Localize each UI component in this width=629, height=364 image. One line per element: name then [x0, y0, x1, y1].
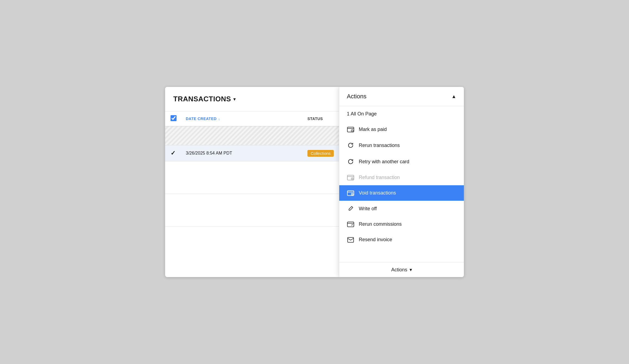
status-badge: Collections — [307, 150, 334, 157]
mark-as-paid-icon — [347, 127, 354, 132]
rerun-commissions-icon — [347, 222, 354, 227]
mark-as-paid-item[interactable]: Mark as paid — [339, 122, 464, 137]
select-all-checkbox-col — [171, 115, 181, 122]
resend-invoice-item[interactable]: Resend invoice — [339, 232, 464, 247]
dropdown-footer: Actions ▾ — [339, 262, 464, 277]
resend-invoice-icon — [347, 237, 354, 243]
row-date: 3/26/2025 8:54 AM PDT — [186, 151, 303, 156]
dropdown-header: Actions ▲ — [339, 87, 464, 106]
dropdown-chevron-icon: ▲ — [451, 94, 456, 99]
page-title: TRANSACTIONS — [173, 95, 231, 103]
write-off-label: Write off — [359, 206, 377, 212]
dropdown-items-list: 1 All On Page Mark as paid — [339, 106, 464, 262]
row-checkbox-col: ✓ — [171, 150, 181, 157]
retry-with-another-card-label: Retry with another card — [359, 159, 409, 165]
refund-transaction-item: Refund transaction — [339, 170, 464, 185]
all-on-page-item[interactable]: 1 All On Page — [339, 106, 464, 122]
page-title-area: TRANSACTIONS ▾ — [173, 95, 353, 103]
write-off-item[interactable]: Write off — [339, 201, 464, 216]
refund-transaction-label: Refund transaction — [359, 175, 400, 180]
select-all-checkbox[interactable] — [171, 115, 177, 121]
actions-footer-button[interactable]: Actions ▾ — [391, 267, 412, 273]
title-chevron-icon: ▾ — [233, 96, 236, 102]
rerun-commissions-item[interactable]: Rerun commissions — [339, 216, 464, 232]
rerun-commissions-label: Rerun commissions — [359, 221, 402, 227]
rerun-transactions-icon — [347, 142, 354, 149]
void-icon — [347, 190, 354, 196]
void-transactions-label: Void transactions — [359, 190, 396, 196]
resend-invoice-label: Resend invoice — [359, 237, 392, 243]
row-selected-checkmark-icon: ✓ — [171, 150, 175, 157]
retry-with-another-card-item[interactable]: Retry with another card — [339, 153, 464, 170]
refund-icon — [347, 175, 354, 180]
actions-footer-label: Actions — [391, 267, 407, 273]
actions-dropdown: Actions ▲ 1 All On Page Mark as pa — [339, 87, 464, 277]
retry-icon — [347, 158, 354, 165]
dropdown-title: Actions — [347, 93, 451, 100]
actions-footer-chevron-icon: ▾ — [410, 267, 412, 273]
svg-rect-14 — [347, 222, 354, 227]
rerun-transactions-label: Rerun transactions — [359, 143, 400, 148]
mark-as-paid-label: Mark as paid — [359, 127, 387, 132]
date-created-column-header[interactable]: DATE CREATED ↓ — [186, 117, 303, 121]
main-container: TRANSACTIONS ▾ + New Transaction Actions… — [165, 87, 464, 277]
write-off-icon — [347, 206, 354, 212]
all-on-page-label: 1 All On Page — [347, 111, 377, 117]
sort-arrow-icon: ↓ — [218, 117, 220, 121]
date-created-label: DATE CREATED — [186, 117, 217, 121]
rerun-transactions-item[interactable]: Rerun transactions — [339, 137, 464, 153]
void-transactions-item[interactable]: Void transactions — [339, 185, 464, 201]
